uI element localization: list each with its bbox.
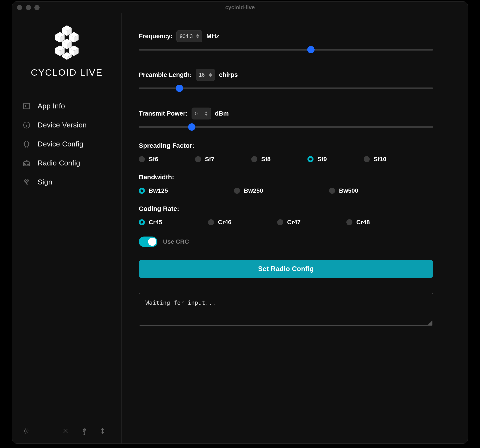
radio-icon <box>22 159 31 168</box>
preamble-value: 16 <box>199 72 207 78</box>
stepper-arrows-icon[interactable] <box>209 73 212 77</box>
sidebar-footer <box>12 427 121 443</box>
sidebar-item-device-version[interactable]: Device Version <box>22 121 112 130</box>
slider-track <box>139 49 433 51</box>
coding-rate-label: Coding Rate: <box>139 205 433 212</box>
titlebar: cycloid-live <box>12 1 468 14</box>
radio-label: Sf8 <box>261 156 271 163</box>
slider-thumb[interactable] <box>188 123 196 131</box>
radio-dot-icon <box>234 188 240 194</box>
radio-label: Bw250 <box>244 187 263 194</box>
sf-option-sf9[interactable]: Sf9 <box>307 156 364 163</box>
bw-option-bw250[interactable]: Bw250 <box>234 187 329 194</box>
txpower-slider[interactable] <box>139 125 433 129</box>
txpower-stepper[interactable]: 0 <box>191 108 211 119</box>
sidebar-nav: App Info Device Version Device Config <box>12 102 121 187</box>
svg-point-26 <box>24 430 27 432</box>
tools-icon[interactable] <box>62 427 69 434</box>
svg-rect-28 <box>85 429 86 430</box>
radio-dot-icon <box>195 156 201 162</box>
console-output[interactable]: Waiting for input... <box>139 293 433 325</box>
set-radio-config-button[interactable]: Set Radio Config <box>139 260 433 278</box>
sidebar-item-label: Device Version <box>38 121 87 129</box>
crc-toggle[interactable] <box>139 236 157 247</box>
svg-rect-23 <box>25 142 29 146</box>
brand-title: CYCLOID LIVE <box>12 67 121 78</box>
slider-thumb[interactable] <box>307 46 315 53</box>
crc-label: Use CRC <box>163 238 189 245</box>
minimize-window-dot[interactable] <box>26 5 31 10</box>
svg-point-29 <box>84 434 85 435</box>
close-window-dot[interactable] <box>17 5 22 10</box>
sidebar-item-radio-config[interactable]: Radio Config <box>22 159 112 168</box>
sidebar-item-label: Device Config <box>38 140 84 148</box>
main-content: Frequency: 904.3 MHz P <box>121 14 468 443</box>
sidebar-item-label: Radio Config <box>38 159 80 167</box>
brand-logo-icon <box>52 25 82 60</box>
stepper-arrows-icon[interactable] <box>205 111 208 116</box>
frequency-slider[interactable] <box>139 48 433 52</box>
frequency-stepper[interactable]: 904.3 <box>176 30 202 42</box>
cr-option-cr45[interactable]: Cr45 <box>139 219 208 226</box>
sf-option-sf7[interactable]: Sf7 <box>195 156 251 163</box>
zoom-window-dot[interactable] <box>34 5 40 10</box>
traffic-lights[interactable] <box>17 5 40 10</box>
svg-point-25 <box>24 163 26 165</box>
preamble-stepper[interactable]: 16 <box>196 69 215 81</box>
bandwidth-label: Bandwidth: <box>139 173 433 181</box>
radio-label: Sf7 <box>205 156 214 163</box>
radio-label: Sf10 <box>374 156 386 163</box>
txpower-value: 0 <box>195 110 203 117</box>
preamble-unit: chirps <box>219 71 238 78</box>
radio-label: Bw125 <box>149 187 168 194</box>
txpower-unit: dBm <box>215 110 229 117</box>
radio-dot-icon <box>251 156 257 162</box>
radio-dot-icon <box>208 219 214 225</box>
txpower-label: Transmit Power: <box>139 110 188 117</box>
sidebar-item-app-info[interactable]: App Info <box>22 102 112 110</box>
usb-icon[interactable] <box>81 427 88 435</box>
sidebar-item-label: App Info <box>38 102 65 110</box>
console-text: Waiting for input... <box>146 299 216 306</box>
radio-label: Cr47 <box>287 219 301 226</box>
sf-option-sf8[interactable]: Sf8 <box>251 156 307 163</box>
cr-option-cr46[interactable]: Cr46 <box>208 219 277 226</box>
radio-dot-icon <box>139 188 145 194</box>
bw-option-bw500[interactable]: Bw500 <box>329 187 424 194</box>
sidebar: CYCLOID LIVE App Info Device Version <box>12 14 121 443</box>
frequency-unit: MHz <box>206 33 219 40</box>
preamble-label: Preamble Length: <box>139 71 192 78</box>
preamble-row: Preamble Length: 16 chirps <box>139 69 433 81</box>
radio-label: Sf9 <box>318 156 327 163</box>
sidebar-item-sign[interactable]: Sign <box>22 178 112 187</box>
radio-dot-icon <box>307 156 313 162</box>
sidebar-item-device-config[interactable]: Device Config <box>22 139 112 149</box>
svg-rect-21 <box>24 103 30 109</box>
coding-rate-group: Cr45Cr46Cr47Cr48 <box>139 219 433 226</box>
sf-option-sf6[interactable]: Sf6 <box>139 156 195 163</box>
bandwidth-group: Bw125Bw250Bw500 <box>139 187 433 194</box>
slider-track <box>139 126 433 128</box>
brightness-icon[interactable] <box>22 427 29 434</box>
cr-option-cr47[interactable]: Cr47 <box>277 219 346 226</box>
stepper-arrows-icon[interactable] <box>196 34 199 38</box>
bw-option-bw125[interactable]: Bw125 <box>139 187 234 194</box>
radio-dot-icon <box>277 219 283 225</box>
preamble-slider[interactable] <box>139 86 433 90</box>
window-title: cycloid-live <box>12 4 468 11</box>
sf-option-sf10[interactable]: Sf10 <box>364 156 420 163</box>
sidebar-item-label: Sign <box>38 178 52 186</box>
radio-label: Cr45 <box>149 219 162 226</box>
cr-option-cr48[interactable]: Cr48 <box>346 219 416 226</box>
fingerprint-icon <box>22 178 31 187</box>
slider-thumb[interactable] <box>176 85 183 92</box>
radio-label: Cr46 <box>218 219 231 226</box>
radio-dot-icon <box>139 156 145 162</box>
resize-handle-icon[interactable] <box>428 321 432 325</box>
bluetooth-icon[interactable] <box>99 427 106 435</box>
info-icon <box>22 121 31 130</box>
spreading-factor-label: Spreading Factor: <box>139 142 433 149</box>
terminal-icon <box>22 102 31 110</box>
frequency-label: Frequency: <box>139 33 173 40</box>
spreading-factor-group: Sf6Sf7Sf8Sf9Sf10 <box>139 156 433 163</box>
